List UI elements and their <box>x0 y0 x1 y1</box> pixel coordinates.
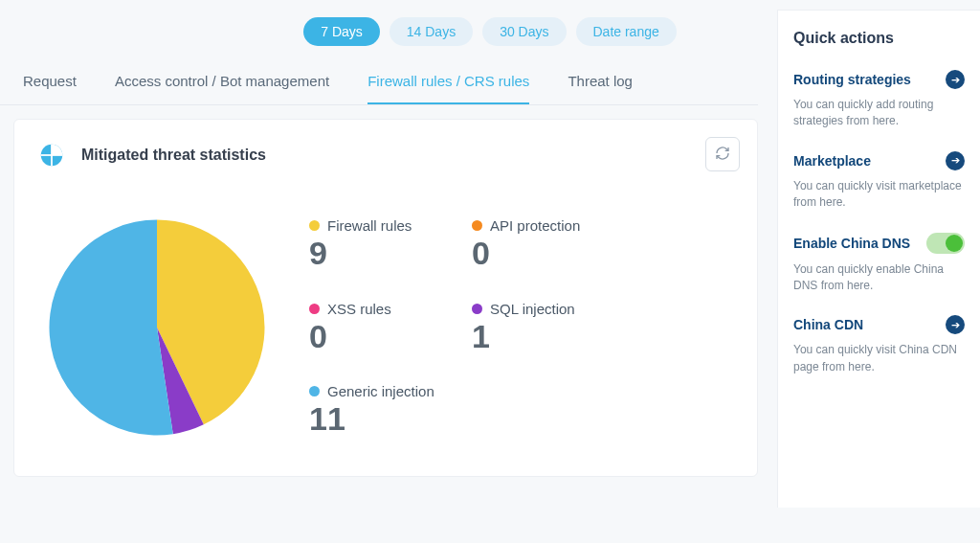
mitigated-threat-card: Mitigated threat statistics <box>13 119 758 477</box>
quick-action-desc: You can quickly visit China CDN page fro… <box>793 342 965 375</box>
quick-actions-sidebar: Quick actions Routing strategies ➔ You c… <box>777 10 980 508</box>
stat-label: XSS rules <box>327 301 391 317</box>
dot-icon <box>309 304 320 314</box>
quick-action-label: Marketplace <box>793 153 871 169</box>
quick-action-marketplace[interactable]: Marketplace ➔ You can quickly visit mark… <box>793 151 965 212</box>
pie-chart-icon <box>37 141 66 170</box>
sidebar-title: Quick actions <box>793 30 965 47</box>
stat-value: 11 <box>309 401 443 437</box>
toggle-china-dns[interactable] <box>926 233 965 254</box>
stat-label: Firewall rules <box>327 217 412 234</box>
quick-action-china-dns: Enable China DNS You can quickly enable … <box>793 233 965 295</box>
svg-rect-2 <box>41 154 63 156</box>
date-range-30days[interactable]: 30 Days <box>482 17 566 46</box>
stat-value: 1 <box>472 319 606 354</box>
pie-chart <box>37 208 277 447</box>
stat-value: 9 <box>309 236 443 271</box>
dot-icon <box>472 304 482 314</box>
stat-api-protection: API protection 0 <box>472 217 606 271</box>
stat-generic-injection: Generic injection 11 <box>309 383 443 437</box>
stat-label: Generic injection <box>327 383 434 399</box>
stat-firewall-rules: Firewall rules 9 <box>309 217 443 271</box>
stat-xss-rules: XSS rules 0 <box>309 301 443 354</box>
quick-action-routing[interactable]: Routing strategies ➔ You can quickly add… <box>793 70 965 130</box>
stat-label: SQL injection <box>490 301 575 317</box>
arrow-right-icon: ➔ <box>946 315 965 334</box>
dot-icon <box>309 386 320 396</box>
tab-firewall-rules[interactable]: Firewall rules / CRS rules <box>368 73 529 104</box>
quick-action-desc: You can quickly visit marketplace from h… <box>793 178 965 212</box>
quick-action-label: Routing strategies <box>793 72 911 87</box>
quick-action-desc: You can quickly enable China DNS from he… <box>793 261 965 295</box>
stats-grid: Firewall rules 9 API protection 0 <box>309 217 606 437</box>
dot-icon <box>472 220 482 231</box>
stat-label: API protection <box>490 217 580 234</box>
refresh-button[interactable] <box>705 137 740 171</box>
stat-value: 0 <box>309 319 443 354</box>
quick-action-label: Enable China DNS <box>793 236 910 251</box>
tab-request[interactable]: Request <box>23 73 77 104</box>
date-range-14days[interactable]: 14 Days <box>390 17 473 46</box>
dot-icon <box>309 220 320 231</box>
date-range-7days[interactable]: 7 Days <box>303 17 380 46</box>
refresh-icon <box>715 146 730 164</box>
arrow-right-icon: ➔ <box>946 151 965 170</box>
card-title: Mitigated threat statistics <box>81 147 266 164</box>
stat-value: 0 <box>472 236 606 271</box>
tab-threat-log[interactable]: Threat log <box>568 73 633 104</box>
stat-sql-injection: SQL injection 1 <box>472 301 606 354</box>
tabs: Request Access control / Bot management … <box>0 56 758 105</box>
quick-action-china-cdn[interactable]: China CDN ➔ You can quickly visit China … <box>793 315 965 375</box>
quick-action-label: China CDN <box>793 317 863 332</box>
date-range-custom[interactable]: Date range <box>576 17 677 46</box>
arrow-right-icon: ➔ <box>946 70 965 89</box>
quick-action-desc: You can quickly add routing strategies f… <box>793 97 965 130</box>
tab-access-control[interactable]: Access control / Bot management <box>115 73 329 104</box>
